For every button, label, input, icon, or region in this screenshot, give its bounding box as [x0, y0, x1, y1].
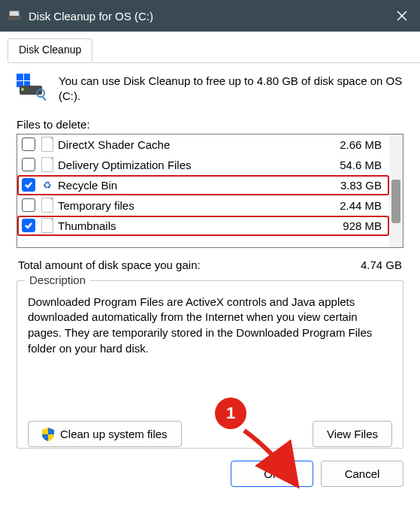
file-size: 54.6 MB	[314, 159, 382, 171]
file-row[interactable]: Temporary files2.44 MB	[17, 195, 389, 216]
file-name: DirectX Shader Cache	[58, 138, 314, 151]
file-name: Delivery Optimization Files	[58, 159, 314, 171]
file-name: Temporary files	[58, 199, 314, 212]
file-name: Recycle Bin	[58, 179, 314, 192]
file-row[interactable]: Delivery Optimization Files54.6 MB	[17, 155, 389, 175]
file-name: Thumbnails	[58, 219, 314, 232]
clean-up-system-files-button[interactable]: Clean up system files	[28, 421, 182, 447]
disk-cleanup-icon	[8, 9, 21, 23]
window-body: Disk Cleanup You can use Disk Cleanup to…	[0, 38, 420, 499]
view-files-button[interactable]: View Files	[313, 421, 392, 447]
content: You can use Disk Cleanup to free up to 4…	[0, 63, 420, 449]
file-checkbox[interactable]	[22, 219, 35, 232]
files-to-delete-label: Files to delete:	[17, 118, 403, 131]
dialog-footer: OK Cancel	[0, 449, 420, 499]
scrollbar-thumb[interactable]	[391, 180, 400, 223]
file-checkbox[interactable]	[22, 178, 35, 192]
file-icon	[41, 198, 53, 213]
description-text: Downloaded Program Files are ActiveX con…	[28, 295, 392, 357]
file-size: 928 MB	[314, 219, 382, 232]
total-row: Total amount of disk space you gain: 4.7…	[18, 258, 402, 271]
close-button[interactable]	[384, 0, 420, 32]
file-row[interactable]: Thumbnails928 MB	[17, 216, 389, 236]
intro-text: You can use Disk Cleanup to free up to 4…	[59, 74, 403, 104]
uac-shield-icon	[42, 428, 54, 441]
scrollbar[interactable]	[389, 135, 403, 247]
files-listbox: DirectX Shader Cache2.66 MBDelivery Opti…	[17, 134, 403, 248]
file-size: 2.44 MB	[314, 199, 382, 212]
view-files-label: View Files	[327, 428, 378, 440]
tab-disk-cleanup[interactable]: Disk Cleanup	[8, 38, 92, 62]
disk-cleanup-large-icon	[17, 74, 47, 99]
recycle-bin-icon: ♻	[41, 177, 53, 192]
ok-label: OK	[264, 467, 280, 480]
cancel-button[interactable]: Cancel	[321, 461, 403, 487]
intro-row: You can use Disk Cleanup to free up to 4…	[17, 74, 403, 104]
file-checkbox[interactable]	[22, 138, 35, 151]
file-checkbox[interactable]	[22, 198, 35, 212]
tab-strip: Disk Cleanup	[8, 38, 420, 63]
file-row[interactable]: DirectX Shader Cache2.66 MB	[17, 135, 389, 155]
description-group: Description Downloaded Program Files are…	[17, 280, 403, 449]
titlebar: Disk Cleanup for OS (C:)	[0, 0, 420, 32]
total-label: Total amount of disk space you gain:	[18, 258, 201, 271]
window-title: Disk Cleanup for OS (C:)	[29, 10, 384, 23]
clean-up-system-files-label: Clean up system files	[60, 428, 168, 440]
cancel-label: Cancel	[345, 467, 380, 480]
description-title: Description	[25, 274, 90, 286]
ok-button[interactable]: OK	[231, 461, 313, 487]
file-row[interactable]: ♻Recycle Bin3.83 GB	[17, 175, 389, 195]
file-size: 2.66 MB	[314, 138, 382, 151]
total-value: 4.74 GB	[361, 258, 402, 271]
file-size: 3.83 GB	[314, 179, 382, 192]
file-icon	[41, 157, 53, 172]
file-icon	[41, 218, 53, 233]
file-checkbox[interactable]	[22, 158, 35, 171]
file-icon	[41, 137, 53, 152]
